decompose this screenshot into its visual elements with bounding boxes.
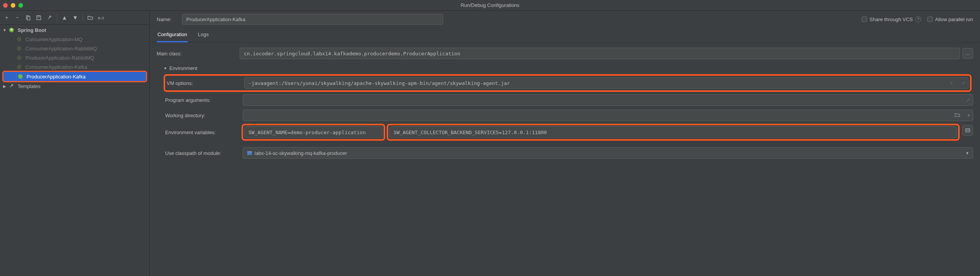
maximize-window-icon[interactable] xyxy=(18,3,23,8)
expand-arrow-icon[interactable]: ▼ xyxy=(2,28,7,32)
title-bar: Run/Debug Configurations xyxy=(0,0,980,11)
help-icon[interactable]: ? xyxy=(915,16,921,22)
svg-point-5 xyxy=(17,46,22,51)
content-panel: Name: Share through VCS ? Allow parallel… xyxy=(150,11,980,276)
expand-arrow-icon: ▼ xyxy=(164,67,167,70)
vm-options-label: VM options: xyxy=(167,80,238,86)
expand-arrow-icon[interactable]: ▶ xyxy=(2,84,7,88)
wrench-icon[interactable] xyxy=(46,14,53,21)
main-class-label: Main class: xyxy=(157,51,233,57)
tree-node-label: Spring Boot xyxy=(18,27,46,33)
classpath-value: labx-14-sc-skywalking-mq-kafka-producer xyxy=(255,150,347,156)
tree-item[interactable]: ConsumerApplication-Kafka xyxy=(0,62,149,71)
vm-options-input[interactable]: -javaagent:/Users/yunai/skywalking/apach… xyxy=(244,77,968,89)
svg-point-6 xyxy=(17,55,22,60)
form-area: Main class: cn.iocoder.springcloud.labx1… xyxy=(150,42,980,162)
highlight-annotation: ProducerApplication-Kafka xyxy=(2,71,147,82)
window-title: Run/Debug Configurations xyxy=(0,2,980,9)
program-args-row: Program arguments: ⤢ xyxy=(157,94,973,106)
tree-node-templates[interactable]: ▶ Templates xyxy=(0,81,149,91)
tree-item-label: ConsumerApplication-Kafka xyxy=(25,64,87,70)
tree-item[interactable]: ConsumerApplication-RabbitMQ xyxy=(0,44,149,53)
tab-bar: Configuration Logs xyxy=(150,28,980,42)
sort-icon[interactable]: a↓z xyxy=(98,14,104,21)
tree-item-label: ConsumerApplication-MQ xyxy=(25,37,83,42)
tree-item-label: ConsumerApplication-RabbitMQ xyxy=(25,46,97,52)
working-dir-row: Working directory: ▾ xyxy=(157,110,973,121)
tab-configuration[interactable]: Configuration xyxy=(157,28,188,42)
classpath-label: Use classpath of module: xyxy=(165,150,237,156)
svg-point-4 xyxy=(17,37,22,42)
spring-boot-icon xyxy=(16,55,22,61)
browse-class-button[interactable]: … xyxy=(962,48,973,59)
highlight-annotation: VM options: -javaagent:/Users/yunai/skyw… xyxy=(164,74,972,92)
tree-item[interactable]: ProducerApplication-RabbitMQ xyxy=(0,53,149,62)
window-controls xyxy=(3,3,23,8)
move-up-icon[interactable]: ▲ xyxy=(61,14,68,21)
tree-item-label: ProducerApplication-Kafka xyxy=(26,74,86,80)
copy-config-icon[interactable] xyxy=(25,14,31,21)
spring-boot-icon xyxy=(16,64,22,70)
minimize-window-icon[interactable] xyxy=(11,3,15,8)
spring-boot-icon xyxy=(8,27,15,33)
vm-options-row: VM options: -javaagent:/Users/yunai/skyw… xyxy=(167,77,968,89)
module-icon xyxy=(247,150,252,156)
sidebar-toolbar: ＋ － ▲ ▼ a↓z xyxy=(0,11,149,25)
config-tree[interactable]: ▼ Spring Boot ConsumerApplication-MQ Con… xyxy=(0,25,149,276)
sidebar: ＋ － ▲ ▼ a↓z ▼ xyxy=(0,11,150,276)
checkbox-icon xyxy=(927,17,933,22)
close-window-icon[interactable] xyxy=(3,3,8,8)
tree-item-selected[interactable]: ProducerApplication-Kafka xyxy=(3,72,146,81)
folder-icon[interactable] xyxy=(87,14,94,21)
share-vcs-checkbox[interactable]: Share through VCS ? xyxy=(862,16,921,22)
working-dir-label: Working directory: xyxy=(165,113,237,118)
env-vars-input[interactable]: SW_AGENT_NAME=demo-producer-application xyxy=(244,126,382,138)
edit-env-vars-button[interactable] xyxy=(962,125,973,136)
name-row: Name: Share through VCS ? Allow parallel… xyxy=(150,11,980,28)
environment-header-label: Environment xyxy=(169,65,197,71)
wrench-icon xyxy=(8,83,15,89)
svg-point-8 xyxy=(18,74,23,79)
spring-boot-icon xyxy=(16,45,22,52)
add-config-icon[interactable]: ＋ xyxy=(3,14,10,21)
allow-parallel-label: Allow parallel run xyxy=(935,17,973,22)
environment-section-header[interactable]: ▼ Environment xyxy=(157,63,973,72)
svg-rect-1 xyxy=(27,17,30,20)
highlight-annotation: SW_AGENT_COLLECTOR_BACKEND_SERVICES=127.… xyxy=(387,124,960,141)
tree-item-label: ProducerApplication-RabbitMQ xyxy=(25,55,94,61)
tree-node-spring-boot[interactable]: ▼ Spring Boot xyxy=(0,25,149,35)
svg-rect-9 xyxy=(966,129,970,132)
name-input[interactable] xyxy=(182,14,443,25)
tree-node-label: Templates xyxy=(18,83,40,89)
classpath-row: Use classpath of module: labx-14-sc-skyw… xyxy=(157,147,973,159)
program-args-label: Program arguments: xyxy=(165,97,237,103)
remove-config-icon[interactable]: － xyxy=(14,14,21,21)
spring-boot-icon xyxy=(17,73,23,80)
allow-parallel-checkbox[interactable]: Allow parallel run xyxy=(927,17,973,22)
toolbar-separator xyxy=(57,14,57,22)
main-class-row: Main class: cn.iocoder.springcloud.labx1… xyxy=(157,48,973,59)
tab-logs[interactable]: Logs xyxy=(197,28,209,42)
save-config-icon[interactable] xyxy=(35,14,42,21)
highlight-annotation: SW_AGENT_NAME=demo-producer-application xyxy=(242,124,385,141)
env-vars-row: Environment variables: SW_AGENT_NAME=dem… xyxy=(157,125,973,140)
svg-point-7 xyxy=(17,65,22,69)
spring-boot-icon xyxy=(16,36,22,42)
share-vcs-label: Share through VCS xyxy=(869,17,913,22)
main-class-input[interactable]: cn.iocoder.springcloud.labx14.kafkademo.… xyxy=(240,48,960,59)
name-label: Name: xyxy=(157,17,176,22)
tree-item[interactable]: ConsumerApplication-MQ xyxy=(0,35,149,44)
env-vars-input[interactable]: SW_AGENT_COLLECTOR_BACKEND_SERVICES=127.… xyxy=(389,126,957,138)
classpath-select[interactable]: labx-14-sc-skywalking-mq-kafka-producer xyxy=(243,147,973,159)
toolbar-separator xyxy=(83,14,83,22)
program-args-input[interactable] xyxy=(243,94,973,106)
env-vars-label: Environment variables: xyxy=(165,130,237,135)
chevron-down-icon[interactable]: ▼ xyxy=(965,151,969,155)
working-dir-input[interactable] xyxy=(243,110,973,121)
svg-rect-13 xyxy=(247,151,252,153)
checkbox-icon xyxy=(862,17,867,22)
move-down-icon[interactable]: ▼ xyxy=(72,14,79,21)
